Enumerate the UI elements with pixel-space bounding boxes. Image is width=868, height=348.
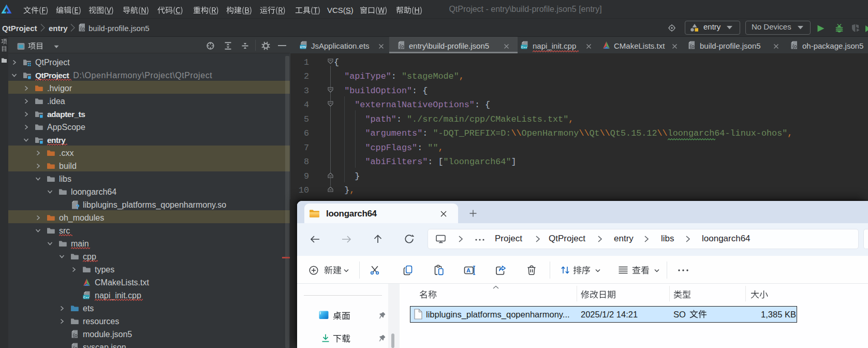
- svg-text:C++: C++: [521, 46, 527, 49]
- svg-text:ETS: ETS: [300, 46, 306, 49]
- svg-text:?: ?: [76, 204, 80, 210]
- svg-text:C++: C++: [83, 296, 90, 299]
- svg-text:A: A: [466, 267, 470, 273]
